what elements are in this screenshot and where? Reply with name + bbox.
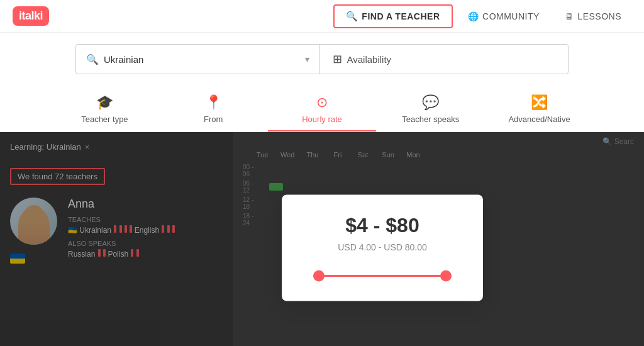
search-icon-lang: 🔍: [86, 53, 99, 65]
range-track: [313, 275, 452, 277]
globe-icon: 🌐: [468, 11, 479, 21]
price-range-slider[interactable]: [313, 270, 452, 282]
teacher-type-label: Teacher type: [81, 114, 128, 124]
header: italki 🔍 FIND A TEACHER 🌐 COMMUNITY 🖥 LE…: [0, 0, 644, 33]
italki-logo[interactable]: italki: [13, 6, 49, 26]
hourly-rate-popup: $4 - $80 USD 4.00 - USD 80.00: [282, 195, 483, 301]
location-pin-icon: 📍: [205, 94, 222, 111]
availability-label: Availability: [347, 54, 392, 65]
search-bar: 🔍 Ukrainian ▾ ⊞ Availability: [75, 44, 569, 74]
filter-tabs: 🎓 Teacher type 📍 From ⊙ Hourly rate 💬 Te…: [0, 86, 644, 132]
language-selector[interactable]: 🔍 Ukrainian ▾: [76, 45, 320, 74]
filter-tab-hourly-rate[interactable]: ⊙ Hourly rate: [268, 86, 377, 131]
range-thumb-min[interactable]: [313, 271, 325, 282]
find-teacher-label: FIND A TEACHER: [362, 11, 440, 21]
logo-container[interactable]: italki: [13, 6, 49, 26]
main-area: Learning: Ukrainian × We found 72 teache…: [0, 132, 644, 346]
dollar-circle-icon: ⊙: [316, 94, 328, 111]
advanced-native-label: Advanced/Native: [508, 114, 570, 124]
popup-price-range: $4 - $80: [307, 214, 458, 237]
popup-usd-range: USD 4.00 - USD 80.00: [307, 242, 458, 252]
calendar-icon: ⊞: [333, 52, 342, 66]
community-nav-item[interactable]: 🌐 COMMUNITY: [458, 6, 550, 26]
header-nav: 🔍 FIND A TEACHER 🌐 COMMUNITY 🖥 LESSONS: [333, 4, 631, 28]
availability-selector[interactable]: ⊞ Availability: [320, 45, 569, 74]
search-icon: 🔍: [346, 11, 358, 22]
language-value: Ukrainian: [104, 54, 300, 65]
lessons-nav-item[interactable]: 🖥 LESSONS: [555, 6, 631, 26]
filter-tab-advanced-native[interactable]: 🔀 Advanced/Native: [485, 86, 594, 131]
lessons-label: LESSONS: [577, 11, 621, 21]
filter-tab-from[interactable]: 📍 From: [159, 86, 268, 131]
monitor-icon: 🖥: [565, 11, 574, 21]
range-thumb-max[interactable]: [440, 271, 452, 282]
find-teacher-button[interactable]: 🔍 FIND A TEACHER: [333, 4, 453, 28]
chat-bubbles-icon: 💬: [422, 94, 439, 111]
signpost-icon: 🔀: [531, 94, 548, 111]
filter-tab-teacher-speaks[interactable]: 💬 Teacher speaks: [376, 86, 485, 131]
chevron-down-icon: ▾: [305, 54, 309, 64]
from-label: From: [204, 114, 223, 124]
teacher-speaks-label: Teacher speaks: [402, 114, 459, 124]
graduation-cap-icon: 🎓: [96, 94, 113, 111]
search-section: 🔍 Ukrainian ▾ ⊞ Availability: [0, 33, 644, 86]
hourly-rate-label: Hourly rate: [302, 114, 342, 124]
community-label: COMMUNITY: [482, 11, 540, 21]
filter-tab-teacher-type[interactable]: 🎓 Teacher type: [50, 86, 159, 131]
